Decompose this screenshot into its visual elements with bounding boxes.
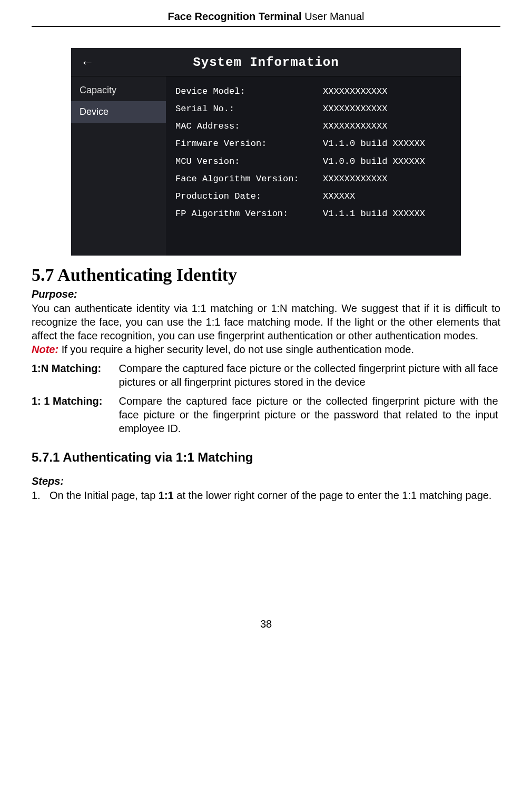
info-label-face-algo-version: Face Algorithm Version: bbox=[175, 170, 323, 188]
info-row: Serial No.: XXXXXXXXXXXX bbox=[175, 100, 451, 118]
info-label-serial-no: Serial No.: bbox=[175, 100, 323, 118]
definition-1n: 1:N Matching: Compare the captured face … bbox=[32, 361, 500, 389]
info-row: Face Algorithm Version: XXXXXXXXXXXX bbox=[175, 170, 451, 188]
info-label-mcu-version: MCU Version: bbox=[175, 153, 323, 170]
info-value-firmware-version: V1.1.0 build XXXXXX bbox=[323, 135, 451, 152]
page-number: 38 bbox=[32, 618, 500, 630]
definition-term-11: 1: 1 Matching: bbox=[32, 394, 116, 408]
step-1-bold: 1:1 bbox=[159, 490, 174, 501]
info-value-serial-no: XXXXXXXXXXXX bbox=[323, 100, 451, 118]
info-value-mac-address: XXXXXXXXXXXX bbox=[323, 118, 451, 135]
device-ui-figure: ← System Information Capacity Device Dev… bbox=[32, 48, 500, 256]
note-line: Note: If you require a higher security l… bbox=[32, 343, 500, 356]
purpose-label: Purpose: bbox=[32, 288, 500, 300]
running-header-light: User Manual bbox=[302, 11, 364, 22]
device-ui-titlebar: ← System Information bbox=[71, 48, 461, 76]
definition-text-1n: Compare the captured face picture or the… bbox=[119, 361, 498, 389]
info-row: Device Model: XXXXXXXXXXXX bbox=[175, 83, 451, 100]
steps-label: Steps: bbox=[32, 475, 500, 487]
info-label-fp-algo-version: FP Algorithm Version: bbox=[175, 205, 323, 222]
step-1-text-before: On the Initial page, tap bbox=[50, 490, 159, 501]
info-row: MAC Address: XXXXXXXXXXXX bbox=[175, 118, 451, 135]
info-value-fp-algo-version: V1.1.1 build XXXXXX bbox=[323, 205, 451, 222]
device-ui-window: ← System Information Capacity Device Dev… bbox=[71, 48, 461, 256]
device-ui-title: System Information bbox=[193, 55, 339, 70]
note-text: If you require a higher security level, … bbox=[58, 344, 414, 355]
step-1: 1. On the Initial page, tap 1:1 at the l… bbox=[32, 488, 500, 502]
step-1-number: 1. bbox=[32, 488, 50, 502]
sidebar-item-capacity[interactable]: Capacity bbox=[71, 80, 166, 101]
section-heading-5-7: 5.7 Authenticating Identity bbox=[32, 265, 500, 285]
running-header: Face Recognition Terminal User Manual bbox=[32, 11, 500, 27]
subsection-heading-5-7-1: 5.7.1 Authenticating via 1:1 Matching bbox=[32, 450, 500, 465]
note-label: Note: bbox=[32, 344, 58, 355]
definition-text-11: Compare the captured face picture or the… bbox=[119, 394, 498, 435]
definition-11: 1: 1 Matching: Compare the captured face… bbox=[32, 394, 500, 435]
info-label-mac-address: MAC Address: bbox=[175, 118, 323, 135]
back-arrow-icon[interactable]: ← bbox=[81, 54, 95, 70]
step-1-text-after: at the lower right corner of the page to… bbox=[174, 490, 492, 501]
running-header-bold: Face Recognition Terminal bbox=[168, 11, 301, 22]
info-row: FP Algorithm Version: V1.1.1 build XXXXX… bbox=[175, 205, 451, 222]
info-row: MCU Version: V1.0.0 build XXXXXX bbox=[175, 153, 451, 170]
sidebar-item-device[interactable]: Device bbox=[71, 101, 166, 123]
info-value-mcu-version: V1.0.0 build XXXXXX bbox=[323, 153, 451, 170]
step-1-text: On the Initial page, tap 1:1 at the lowe… bbox=[50, 488, 500, 502]
info-label-firmware-version: Firmware Version: bbox=[175, 135, 323, 152]
info-row: Firmware Version: V1.1.0 build XXXXXX bbox=[175, 135, 451, 152]
purpose-text: You can authenticate identity via 1:1 ma… bbox=[32, 301, 500, 343]
device-ui-sidebar: Capacity Device bbox=[71, 76, 166, 256]
info-value-production-date: XXXXXX bbox=[323, 188, 451, 205]
info-label-production-date: Production Date: bbox=[175, 188, 323, 205]
definition-term-1n: 1:N Matching: bbox=[32, 361, 116, 375]
info-value-device-model: XXXXXXXXXXXX bbox=[323, 83, 451, 100]
info-value-face-algo-version: XXXXXXXXXXXX bbox=[323, 170, 451, 188]
info-row: Production Date: XXXXXX bbox=[175, 188, 451, 205]
info-label-device-model: Device Model: bbox=[175, 83, 323, 100]
device-ui-main: Device Model: XXXXXXXXXXXX Serial No.: X… bbox=[166, 76, 461, 256]
